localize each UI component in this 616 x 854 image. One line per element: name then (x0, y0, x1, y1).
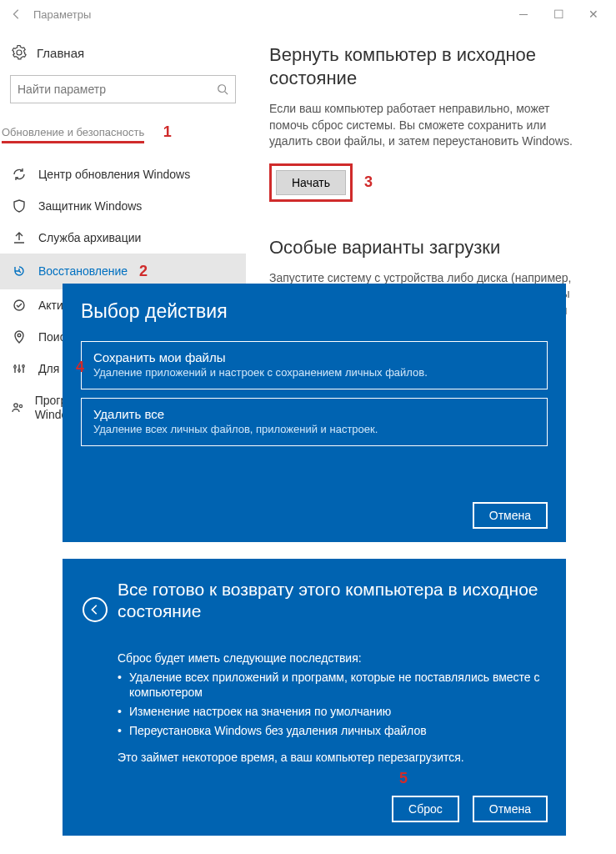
list-item: Переустановка Windows без удаления личны… (118, 723, 546, 739)
search-input[interactable] (18, 83, 217, 96)
svg-point-6 (23, 364, 25, 367)
option-title: Сохранить мои файлы (93, 350, 535, 364)
annotation-1: 1 (163, 123, 172, 141)
check-circle-icon (10, 299, 28, 312)
sidebar-item-label: Восстановление (38, 264, 128, 278)
section-label: Обновление и безопасность (2, 126, 144, 143)
ready-note: Это займет некоторое время, а ваш компью… (118, 751, 546, 764)
sidebar-item-defender[interactable]: Защитник Windows (0, 190, 246, 222)
sidebar-item-update[interactable]: Центр обновления Windows (0, 158, 246, 190)
title-bar: Параметры ─ ☐ ✕ (0, 0, 616, 28)
back-circle-icon[interactable] (83, 597, 108, 622)
option-remove-all[interactable]: Удалить все Удаление всех личных файлов,… (81, 398, 548, 446)
history-icon (10, 264, 28, 278)
reset-description: Если ваш компьютер работает неправильно,… (269, 101, 589, 150)
cancel-button[interactable]: Отмена (473, 502, 548, 529)
people-icon (10, 401, 25, 414)
sidebar-item-label: Защитник Windows (38, 199, 142, 213)
section-header: Обновление и безопасность 1 (0, 123, 246, 143)
svg-point-5 (18, 369, 21, 371)
annotation-box-3: Начать (269, 163, 353, 202)
reset-ready-dialog: Все готово к возврату этого компьютера в… (63, 559, 566, 836)
annotation-4: 4 (76, 359, 84, 376)
home-label: Главная (37, 46, 84, 60)
advanced-startup-heading: Особые варианты загрузки (269, 237, 589, 259)
reset-button[interactable]: Сброс (392, 796, 459, 822)
sidebar-item-label: Центр обновления Windows (38, 168, 190, 181)
search-input-wrap[interactable] (10, 75, 236, 103)
back-icon[interactable] (5, 8, 28, 20)
window-controls: ─ ☐ ✕ (506, 8, 611, 21)
cancel-button[interactable]: Отмена (473, 796, 548, 822)
location-icon (10, 330, 28, 344)
svg-point-0 (218, 85, 226, 93)
svg-point-4 (14, 365, 17, 368)
list-item: Изменение настроек на значения по умолча… (118, 704, 546, 720)
option-description: Удаление всех личных файлов, приложений … (93, 423, 535, 435)
annotation-3: 3 (364, 173, 373, 191)
dialog-title: Все готово к возврату этого компьютера в… (118, 579, 546, 623)
maximize-icon[interactable]: ☐ (541, 8, 576, 21)
consequences-list: Удаление всех приложений и программ, кот… (118, 670, 546, 740)
option-keep-files[interactable]: Сохранить мои файлы Удаление приложений … (81, 341, 548, 389)
reset-heading: Вернуть компьютер в исходное состояние (269, 43, 589, 89)
minimize-icon[interactable]: ─ (506, 8, 541, 21)
sidebar-item-label: Служба архивации (38, 231, 141, 244)
svg-point-8 (19, 404, 22, 407)
svg-point-2 (14, 300, 24, 310)
upload-icon (10, 231, 28, 244)
svg-point-3 (18, 334, 21, 337)
dialog-title: Выбор действия (81, 300, 548, 323)
reset-choice-dialog: 4 Выбор действия Сохранить мои файлы Уда… (63, 284, 566, 542)
search-icon (217, 83, 228, 95)
annotation-2: 2 (139, 263, 148, 280)
list-item: Удаление всех приложений и программ, кот… (118, 670, 546, 701)
ready-lead: Сброс будет иметь следующие последствия: (118, 651, 546, 665)
window-title: Параметры (33, 8, 91, 21)
svg-point-7 (14, 403, 18, 406)
option-title: Удалить все (93, 407, 535, 421)
home-link[interactable]: Главная (0, 40, 246, 75)
option-description: Удаление приложений и настроек с сохране… (93, 366, 535, 379)
sliders-icon (10, 362, 28, 375)
start-reset-button[interactable]: Начать (276, 170, 346, 195)
annotation-5: 5 (399, 770, 408, 787)
svg-line-1 (225, 92, 228, 95)
sidebar-item-backup[interactable]: Служба архивации (0, 222, 246, 254)
shield-icon (10, 199, 28, 213)
gear-icon (10, 45, 28, 60)
sync-icon (10, 168, 28, 181)
close-icon[interactable]: ✕ (576, 8, 611, 21)
